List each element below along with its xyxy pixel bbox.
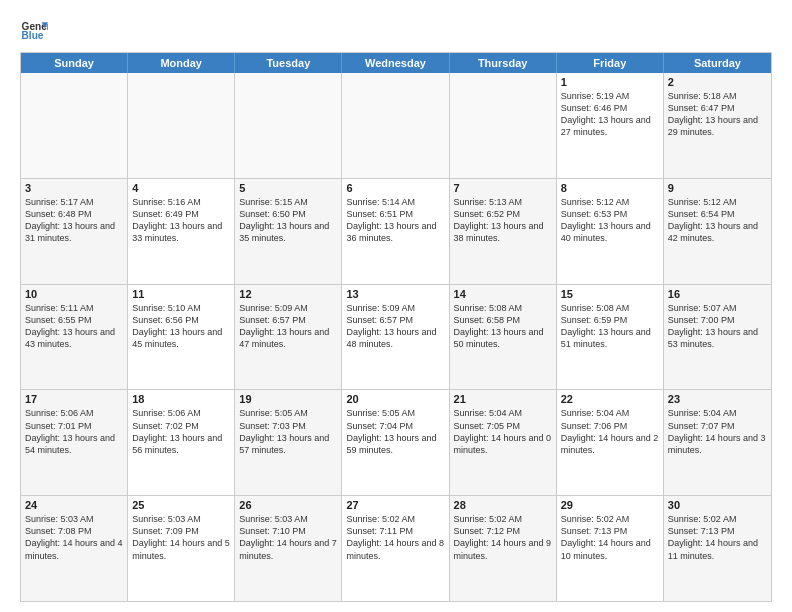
cell-content: Sunrise: 5:15 AM Sunset: 6:50 PM Dayligh… bbox=[239, 196, 337, 245]
calendar-cell-4-1: 17Sunrise: 5:06 AM Sunset: 7:01 PM Dayli… bbox=[21, 390, 128, 495]
header-day-monday: Monday bbox=[128, 53, 235, 73]
header: General Blue bbox=[20, 16, 772, 44]
cell-content: Sunrise: 5:17 AM Sunset: 6:48 PM Dayligh… bbox=[25, 196, 123, 245]
day-number: 24 bbox=[25, 499, 123, 511]
logo: General Blue bbox=[20, 16, 52, 44]
calendar-cell-4-2: 18Sunrise: 5:06 AM Sunset: 7:02 PM Dayli… bbox=[128, 390, 235, 495]
cell-content: Sunrise: 5:10 AM Sunset: 6:56 PM Dayligh… bbox=[132, 302, 230, 351]
day-number: 22 bbox=[561, 393, 659, 405]
calendar-cell-5-5: 28Sunrise: 5:02 AM Sunset: 7:12 PM Dayli… bbox=[450, 496, 557, 601]
calendar-week-1: 1Sunrise: 5:19 AM Sunset: 6:46 PM Daylig… bbox=[21, 73, 771, 178]
calendar-cell-3-4: 13Sunrise: 5:09 AM Sunset: 6:57 PM Dayli… bbox=[342, 285, 449, 390]
calendar-cell-2-1: 3Sunrise: 5:17 AM Sunset: 6:48 PM Daylig… bbox=[21, 179, 128, 284]
cell-content: Sunrise: 5:02 AM Sunset: 7:12 PM Dayligh… bbox=[454, 513, 552, 562]
cell-content: Sunrise: 5:02 AM Sunset: 7:11 PM Dayligh… bbox=[346, 513, 444, 562]
day-number: 20 bbox=[346, 393, 444, 405]
calendar-cell-1-7: 2Sunrise: 5:18 AM Sunset: 6:47 PM Daylig… bbox=[664, 73, 771, 178]
cell-content: Sunrise: 5:03 AM Sunset: 7:08 PM Dayligh… bbox=[25, 513, 123, 562]
calendar-cell-4-4: 20Sunrise: 5:05 AM Sunset: 7:04 PM Dayli… bbox=[342, 390, 449, 495]
cell-content: Sunrise: 5:08 AM Sunset: 6:59 PM Dayligh… bbox=[561, 302, 659, 351]
cell-content: Sunrise: 5:14 AM Sunset: 6:51 PM Dayligh… bbox=[346, 196, 444, 245]
calendar-cell-1-2 bbox=[128, 73, 235, 178]
day-number: 7 bbox=[454, 182, 552, 194]
cell-content: Sunrise: 5:11 AM Sunset: 6:55 PM Dayligh… bbox=[25, 302, 123, 351]
calendar-cell-5-4: 27Sunrise: 5:02 AM Sunset: 7:11 PM Dayli… bbox=[342, 496, 449, 601]
calendar-header: SundayMondayTuesdayWednesdayThursdayFrid… bbox=[21, 53, 771, 73]
cell-content: Sunrise: 5:08 AM Sunset: 6:58 PM Dayligh… bbox=[454, 302, 552, 351]
calendar-week-2: 3Sunrise: 5:17 AM Sunset: 6:48 PM Daylig… bbox=[21, 178, 771, 284]
cell-content: Sunrise: 5:13 AM Sunset: 6:52 PM Dayligh… bbox=[454, 196, 552, 245]
cell-content: Sunrise: 5:12 AM Sunset: 6:53 PM Dayligh… bbox=[561, 196, 659, 245]
svg-text:Blue: Blue bbox=[22, 30, 44, 41]
calendar-cell-5-3: 26Sunrise: 5:03 AM Sunset: 7:10 PM Dayli… bbox=[235, 496, 342, 601]
calendar-cell-4-3: 19Sunrise: 5:05 AM Sunset: 7:03 PM Dayli… bbox=[235, 390, 342, 495]
day-number: 13 bbox=[346, 288, 444, 300]
cell-content: Sunrise: 5:03 AM Sunset: 7:09 PM Dayligh… bbox=[132, 513, 230, 562]
day-number: 14 bbox=[454, 288, 552, 300]
calendar-cell-5-2: 25Sunrise: 5:03 AM Sunset: 7:09 PM Dayli… bbox=[128, 496, 235, 601]
day-number: 1 bbox=[561, 76, 659, 88]
calendar-cell-4-7: 23Sunrise: 5:04 AM Sunset: 7:07 PM Dayli… bbox=[664, 390, 771, 495]
cell-content: Sunrise: 5:04 AM Sunset: 7:07 PM Dayligh… bbox=[668, 407, 767, 456]
logo-icon: General Blue bbox=[20, 16, 48, 44]
calendar-cell-3-1: 10Sunrise: 5:11 AM Sunset: 6:55 PM Dayli… bbox=[21, 285, 128, 390]
day-number: 17 bbox=[25, 393, 123, 405]
day-number: 28 bbox=[454, 499, 552, 511]
day-number: 29 bbox=[561, 499, 659, 511]
cell-content: Sunrise: 5:09 AM Sunset: 6:57 PM Dayligh… bbox=[239, 302, 337, 351]
day-number: 12 bbox=[239, 288, 337, 300]
calendar-cell-2-7: 9Sunrise: 5:12 AM Sunset: 6:54 PM Daylig… bbox=[664, 179, 771, 284]
day-number: 3 bbox=[25, 182, 123, 194]
calendar-cell-2-5: 7Sunrise: 5:13 AM Sunset: 6:52 PM Daylig… bbox=[450, 179, 557, 284]
calendar-week-5: 24Sunrise: 5:03 AM Sunset: 7:08 PM Dayli… bbox=[21, 495, 771, 601]
cell-content: Sunrise: 5:06 AM Sunset: 7:02 PM Dayligh… bbox=[132, 407, 230, 456]
calendar: SundayMondayTuesdayWednesdayThursdayFrid… bbox=[20, 52, 772, 602]
day-number: 8 bbox=[561, 182, 659, 194]
cell-content: Sunrise: 5:09 AM Sunset: 6:57 PM Dayligh… bbox=[346, 302, 444, 351]
day-number: 18 bbox=[132, 393, 230, 405]
calendar-cell-1-5 bbox=[450, 73, 557, 178]
calendar-cell-4-6: 22Sunrise: 5:04 AM Sunset: 7:06 PM Dayli… bbox=[557, 390, 664, 495]
day-number: 15 bbox=[561, 288, 659, 300]
cell-content: Sunrise: 5:05 AM Sunset: 7:03 PM Dayligh… bbox=[239, 407, 337, 456]
calendar-cell-3-5: 14Sunrise: 5:08 AM Sunset: 6:58 PM Dayli… bbox=[450, 285, 557, 390]
day-number: 21 bbox=[454, 393, 552, 405]
day-number: 11 bbox=[132, 288, 230, 300]
cell-content: Sunrise: 5:05 AM Sunset: 7:04 PM Dayligh… bbox=[346, 407, 444, 456]
calendar-cell-3-2: 11Sunrise: 5:10 AM Sunset: 6:56 PM Dayli… bbox=[128, 285, 235, 390]
cell-content: Sunrise: 5:06 AM Sunset: 7:01 PM Dayligh… bbox=[25, 407, 123, 456]
day-number: 23 bbox=[668, 393, 767, 405]
calendar-cell-3-7: 16Sunrise: 5:07 AM Sunset: 7:00 PM Dayli… bbox=[664, 285, 771, 390]
page: General Blue SundayMondayTuesdayWednesda… bbox=[0, 0, 792, 612]
day-number: 16 bbox=[668, 288, 767, 300]
calendar-cell-2-4: 6Sunrise: 5:14 AM Sunset: 6:51 PM Daylig… bbox=[342, 179, 449, 284]
calendar-week-3: 10Sunrise: 5:11 AM Sunset: 6:55 PM Dayli… bbox=[21, 284, 771, 390]
header-day-saturday: Saturday bbox=[664, 53, 771, 73]
calendar-cell-3-3: 12Sunrise: 5:09 AM Sunset: 6:57 PM Dayli… bbox=[235, 285, 342, 390]
day-number: 27 bbox=[346, 499, 444, 511]
day-number: 26 bbox=[239, 499, 337, 511]
calendar-cell-4-5: 21Sunrise: 5:04 AM Sunset: 7:05 PM Dayli… bbox=[450, 390, 557, 495]
cell-content: Sunrise: 5:02 AM Sunset: 7:13 PM Dayligh… bbox=[668, 513, 767, 562]
calendar-cell-1-1 bbox=[21, 73, 128, 178]
cell-content: Sunrise: 5:03 AM Sunset: 7:10 PM Dayligh… bbox=[239, 513, 337, 562]
day-number: 19 bbox=[239, 393, 337, 405]
calendar-cell-2-3: 5Sunrise: 5:15 AM Sunset: 6:50 PM Daylig… bbox=[235, 179, 342, 284]
cell-content: Sunrise: 5:04 AM Sunset: 7:05 PM Dayligh… bbox=[454, 407, 552, 456]
cell-content: Sunrise: 5:12 AM Sunset: 6:54 PM Dayligh… bbox=[668, 196, 767, 245]
cell-content: Sunrise: 5:16 AM Sunset: 6:49 PM Dayligh… bbox=[132, 196, 230, 245]
header-day-friday: Friday bbox=[557, 53, 664, 73]
calendar-cell-5-1: 24Sunrise: 5:03 AM Sunset: 7:08 PM Dayli… bbox=[21, 496, 128, 601]
cell-content: Sunrise: 5:19 AM Sunset: 6:46 PM Dayligh… bbox=[561, 90, 659, 139]
calendar-cell-5-7: 30Sunrise: 5:02 AM Sunset: 7:13 PM Dayli… bbox=[664, 496, 771, 601]
calendar-cell-1-3 bbox=[235, 73, 342, 178]
cell-content: Sunrise: 5:07 AM Sunset: 7:00 PM Dayligh… bbox=[668, 302, 767, 351]
calendar-cell-5-6: 29Sunrise: 5:02 AM Sunset: 7:13 PM Dayli… bbox=[557, 496, 664, 601]
day-number: 25 bbox=[132, 499, 230, 511]
calendar-week-4: 17Sunrise: 5:06 AM Sunset: 7:01 PM Dayli… bbox=[21, 389, 771, 495]
header-day-tuesday: Tuesday bbox=[235, 53, 342, 73]
cell-content: Sunrise: 5:18 AM Sunset: 6:47 PM Dayligh… bbox=[668, 90, 767, 139]
day-number: 4 bbox=[132, 182, 230, 194]
day-number: 2 bbox=[668, 76, 767, 88]
calendar-body: 1Sunrise: 5:19 AM Sunset: 6:46 PM Daylig… bbox=[21, 73, 771, 601]
